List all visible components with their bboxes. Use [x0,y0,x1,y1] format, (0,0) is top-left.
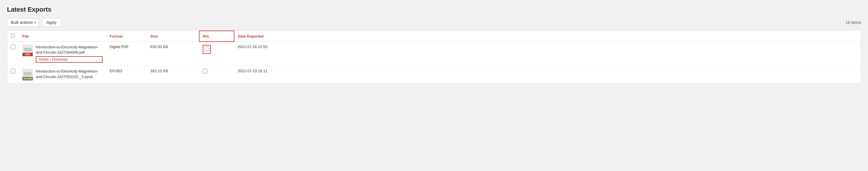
toolbar-left: Bulk actions ▾ Apply [7,18,61,27]
header-format: Format [106,31,147,42]
apply-button[interactable]: Apply [42,18,61,27]
header-checkbox-col [7,31,19,42]
table-row: EPUB3Introduction-to-Electricity-Magneti… [7,66,861,84]
table-body: PDFIntroduction-to-Electricity-Magnetism… [7,42,861,84]
table-row: PDFIntroduction-to-Electricity-Magnetism… [7,42,861,66]
row-checkbox-cell [7,66,19,84]
bulk-actions-label: Bulk actions [11,20,33,25]
chevron-down-icon: ▾ [34,21,36,24]
header-size: Size [147,31,199,42]
download-link[interactable]: Download [51,57,69,61]
file-name: Introduction-to-Electricity-Magnetism-an… [36,45,103,55]
file-name: Introduction-to-Electricity-Magnetism-an… [36,69,103,79]
page-title: Latest Exports [7,6,861,13]
date-exported-cell: 2021-07-23 15:11 [234,66,861,84]
toolbar: Bulk actions ▾ Apply 16 items [7,18,861,27]
file-badge: PDF [22,53,33,56]
file-actions: Delete | Download [36,56,103,63]
date-exported-cell: 2021-07-26 12:53 [234,42,861,66]
page-container: Latest Exports Bulk actions ▾ Apply 16 i… [0,0,868,171]
file-cell: PDFIntroduction-to-Electricity-Magnetism… [19,42,106,66]
table-wrapper: File Format Size Pin Date Exported [7,30,861,84]
header-pin: Pin [199,31,234,42]
row-checkbox-cell [7,42,19,66]
pin-checkbox[interactable] [205,47,209,51]
pin-checkbox-wrapper [203,45,211,54]
pin-cell [199,66,234,84]
table-header-row: File Format Size Pin Date Exported [7,31,861,42]
file-type-icon: PDF [22,45,33,56]
items-count: 16 items [846,20,861,25]
size-cell: 352.15 KB [147,66,199,84]
select-all-checkbox[interactable] [11,34,14,37]
file-cell: EPUB3Introduction-to-Electricity-Magneti… [19,66,106,84]
format-cell: EPUB3 [106,66,147,84]
pin-cell [199,42,234,66]
row-select-checkbox[interactable] [11,45,16,49]
header-date-exported: Date Exported [234,31,861,42]
delete-link[interactable]: Delete [37,57,50,61]
format-cell: Digital PDF [106,42,147,66]
header-file: File [19,31,106,42]
pin-checkbox[interactable] [203,69,207,74]
size-cell: 635.93 KB [147,42,199,66]
row-select-checkbox[interactable] [11,69,16,74]
exports-table: File Format Size Pin Date Exported [7,31,861,84]
bulk-actions-button[interactable]: Bulk actions ▾ [7,18,39,27]
file-type-icon: EPUB3 [22,69,33,80]
file-badge: EPUB3 [22,77,33,80]
